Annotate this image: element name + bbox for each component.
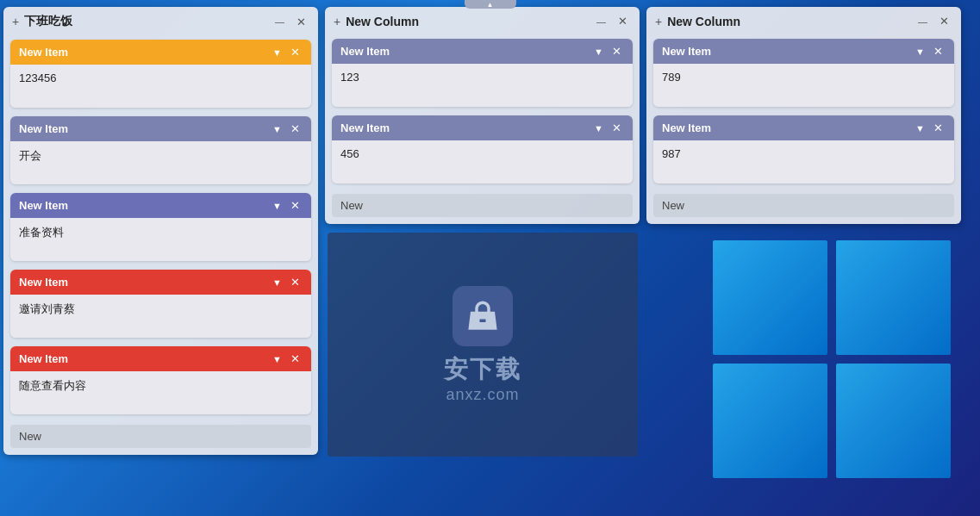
card-5-title: New Item <box>19 352 266 365</box>
card-8-close[interactable]: ✕ <box>931 44 946 59</box>
column-1-header: + 下班吃饭 — ✕ <box>3 7 318 36</box>
card-7-body: 456 <box>332 140 633 183</box>
card-4-title: New Item <box>19 276 266 289</box>
card-3: New Item ▼ ✕ 准备资料 <box>10 193 311 261</box>
card-3-body: 准备资料 <box>10 218 311 261</box>
card-6-header: New Item ▼ ✕ <box>332 39 633 64</box>
column-3: + New Column — ✕ New Item ▼ ✕ 789 New It… <box>646 7 961 224</box>
card-3-header: New Item ▼ ✕ <box>10 193 311 218</box>
card-2: New Item ▼ ✕ 开会 <box>10 116 311 184</box>
card-1-title: New Item <box>19 46 266 59</box>
top-bar-handle[interactable] <box>465 0 516 9</box>
card-1-header: New Item ▼ ✕ <box>10 40 311 65</box>
column-3-new-item[interactable]: New <box>653 194 954 217</box>
card-2-dropdown[interactable]: ▼ <box>270 123 284 135</box>
card-6: New Item ▼ ✕ 123 <box>332 39 633 107</box>
column-1-new-item[interactable]: New <box>10 425 311 448</box>
card-3-dropdown[interactable]: ▼ <box>270 200 284 212</box>
watermark: 安下载 anxz.com <box>328 233 638 457</box>
card-6-dropdown[interactable]: ▼ <box>591 46 606 58</box>
drag-icon-col1[interactable]: + <box>12 15 19 28</box>
card-5-close[interactable]: ✕ <box>288 351 303 366</box>
column-3-title: New Column <box>667 15 909 28</box>
card-8-title: New Item <box>662 45 909 58</box>
card-4-body: 邀请刘青蔡 <box>10 295 311 338</box>
card-1-dropdown[interactable]: ▼ <box>270 47 284 59</box>
card-9-title: New Item <box>662 121 909 134</box>
column-1-title: 下班吃饭 <box>24 14 266 29</box>
column-2: + New Column — ✕ New Item ▼ ✕ 123 New It… <box>325 7 640 224</box>
card-9-close[interactable]: ✕ <box>931 121 946 135</box>
card-1: New Item ▼ ✕ 123456 <box>10 40 311 108</box>
card-2-header: New Item ▼ ✕ <box>10 116 311 141</box>
card-4-header: New Item ▼ ✕ <box>10 270 311 295</box>
card-8-body: 789 <box>653 64 954 107</box>
card-7-header: New Item ▼ ✕ <box>332 115 633 140</box>
card-6-close[interactable]: ✕ <box>609 44 624 59</box>
card-6-body: 123 <box>332 64 633 107</box>
card-7-close[interactable]: ✕ <box>609 121 624 135</box>
card-3-title: New Item <box>19 199 266 212</box>
card-8-dropdown[interactable]: ▼ <box>913 46 927 58</box>
column-2-title: New Column <box>346 15 588 28</box>
card-6-title: New Item <box>340 45 588 58</box>
column-3-header: + New Column — ✕ <box>646 7 961 35</box>
column-1-body: New Item ▼ ✕ 123456 New Item ▼ ✕ 开会 New … <box>3 36 318 418</box>
watermark-text-en: anxz.com <box>446 386 519 404</box>
column-2-new-item[interactable]: New <box>332 194 633 217</box>
card-4-dropdown[interactable]: ▼ <box>270 277 284 289</box>
card-9-header: New Item ▼ ✕ <box>653 115 954 140</box>
card-3-close[interactable]: ✕ <box>288 198 303 213</box>
card-7-dropdown[interactable]: ▼ <box>591 122 606 134</box>
column-1-minimize[interactable]: — <box>272 16 288 28</box>
card-5-dropdown[interactable]: ▼ <box>270 353 284 365</box>
drag-icon-col3[interactable]: + <box>655 15 662 28</box>
column-1-close[interactable]: ✕ <box>293 15 309 29</box>
card-4: New Item ▼ ✕ 邀请刘青蔡 <box>10 270 311 338</box>
card-9-body: 987 <box>653 140 954 183</box>
watermark-icon <box>453 286 513 346</box>
card-8: New Item ▼ ✕ 789 <box>653 39 954 107</box>
card-1-close[interactable]: ✕ <box>288 45 303 59</box>
column-2-body: New Item ▼ ✕ 123 New Item ▼ ✕ 456 <box>325 35 640 187</box>
card-9-dropdown[interactable]: ▼ <box>913 122 927 134</box>
column-1: + 下班吃饭 — ✕ New Item ▼ ✕ 123456 New Item … <box>3 7 318 455</box>
card-1-body: 123456 <box>10 65 311 108</box>
card-8-header: New Item ▼ ✕ <box>653 39 954 64</box>
watermark-text-cn: 安下载 <box>444 353 521 386</box>
bag-icon <box>465 298 501 334</box>
card-7-title: New Item <box>340 121 588 134</box>
drag-icon-col2[interactable]: + <box>334 15 340 28</box>
card-2-body: 开会 <box>10 141 311 184</box>
card-4-close[interactable]: ✕ <box>288 275 303 289</box>
column-3-minimize[interactable]: — <box>914 16 931 28</box>
card-5-header: New Item ▼ ✕ <box>10 346 311 371</box>
card-2-title: New Item <box>19 122 266 135</box>
column-3-body: New Item ▼ ✕ 789 New Item ▼ ✕ 987 <box>646 35 961 187</box>
column-2-minimize[interactable]: — <box>593 16 609 28</box>
card-5: New Item ▼ ✕ 随意查看内容 <box>10 346 311 414</box>
card-5-body: 随意查看内容 <box>10 371 311 414</box>
card-9: New Item ▼ ✕ 987 <box>653 115 954 183</box>
card-7: New Item ▼ ✕ 456 <box>332 115 633 183</box>
card-2-close[interactable]: ✕ <box>288 121 303 136</box>
column-3-close[interactable]: ✕ <box>936 14 952 28</box>
column-2-close[interactable]: ✕ <box>615 14 631 28</box>
column-2-header: + New Column — ✕ <box>325 7 640 35</box>
